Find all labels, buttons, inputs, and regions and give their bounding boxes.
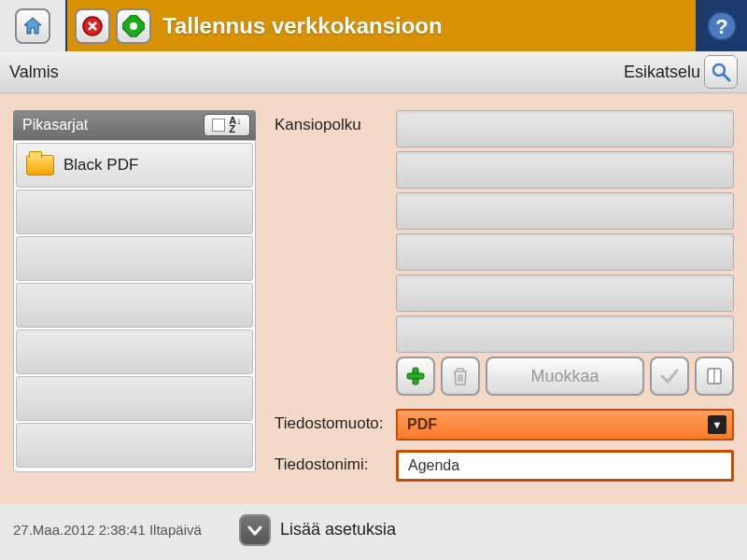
svg-point-2 xyxy=(130,22,137,30)
confirm-path-button[interactable] xyxy=(650,357,689,396)
dropdown-arrow-icon: ▼ xyxy=(708,415,726,434)
title-bar: Tallennus verkkokansioon ? xyxy=(0,0,747,51)
folderpath-label: Kansiopolku xyxy=(275,110,396,134)
svg-rect-8 xyxy=(407,373,424,379)
start-icon xyxy=(122,15,145,37)
svg-line-6 xyxy=(724,75,729,80)
more-options-button[interactable] xyxy=(239,514,271,546)
sort-button[interactable]: A↓Z xyxy=(204,114,250,136)
quickset-item[interactable]: Black PDF xyxy=(16,143,253,188)
home-icon xyxy=(21,15,44,37)
quicksets-panel: Pikasarjat A↓Z Black PDF xyxy=(13,110,256,483)
add-path-button[interactable] xyxy=(396,357,435,396)
filename-value: Agenda xyxy=(408,457,459,474)
status-bar: Valmis Esikatselu xyxy=(0,51,747,93)
folderpath-field[interactable] xyxy=(396,110,734,147)
trash-icon xyxy=(450,366,471,386)
addressbook-button[interactable] xyxy=(695,357,734,396)
quickset-label: Black PDF xyxy=(63,156,138,175)
cancel-icon xyxy=(81,15,104,37)
fileformat-value: PDF xyxy=(407,416,437,433)
home-area xyxy=(0,0,67,51)
quickset-item[interactable] xyxy=(16,423,253,468)
filename-label: Tiedostonimi: xyxy=(275,450,396,474)
help-area: ? xyxy=(696,0,747,51)
folderpath-field[interactable] xyxy=(396,274,734,312)
edit-label: Muokkaa xyxy=(530,367,599,386)
folderpath-field[interactable] xyxy=(396,192,734,230)
title-main: Tallennus verkkokansioon xyxy=(67,0,696,51)
footer-bar: 27.Maa.2012 2:38:41 Iltapäivä Lisää aset… xyxy=(0,504,747,555)
fileformat-dropdown[interactable]: PDF ▼ xyxy=(396,409,734,441)
fields-panel: Kansiopolku xyxy=(275,110,734,483)
quickset-item[interactable] xyxy=(16,283,253,328)
folderpath-actions: Muokkaa xyxy=(396,357,734,396)
folderpath-field[interactable] xyxy=(396,233,734,271)
help-icon: ? xyxy=(705,9,739,43)
status-text: Valmis xyxy=(9,63,59,82)
help-button[interactable]: ? xyxy=(705,9,739,43)
delete-path-button[interactable] xyxy=(441,357,480,396)
magnifier-icon xyxy=(711,62,731,82)
filename-input[interactable]: Agenda xyxy=(396,450,734,482)
home-button[interactable] xyxy=(15,8,50,44)
cancel-button[interactable] xyxy=(75,8,110,44)
chevron-down-icon xyxy=(247,522,263,539)
svg-text:?: ? xyxy=(715,15,727,38)
quicksets-list: Black PDF xyxy=(13,140,256,472)
plus-icon xyxy=(404,365,427,387)
quicksets-title: Pikasarjat xyxy=(22,117,88,133)
preview-button[interactable] xyxy=(704,55,738,89)
quickset-item[interactable] xyxy=(16,329,253,374)
content-area: Pikasarjat A↓Z Black PDF xyxy=(0,93,747,504)
preview-label: Esikatselu xyxy=(624,63,700,82)
fileformat-label: Tiedostomuoto: xyxy=(275,409,396,433)
quickset-item[interactable] xyxy=(16,376,253,421)
page-title: Tallennus verkkokansioon xyxy=(162,13,443,39)
edit-path-button[interactable]: Muokkaa xyxy=(486,357,644,396)
folder-icon xyxy=(26,155,54,175)
folderpath-field[interactable] xyxy=(396,315,734,353)
quicksets-header: Pikasarjat A↓Z xyxy=(13,110,256,140)
book-icon xyxy=(704,366,725,386)
folderpath-field[interactable] xyxy=(396,151,734,189)
sort-icon: A↓Z xyxy=(229,117,241,133)
more-options-label: Lisää asetuksia xyxy=(280,520,396,539)
start-button[interactable] xyxy=(116,8,151,44)
quickset-item[interactable] xyxy=(16,236,253,281)
quickset-item[interactable] xyxy=(16,189,253,234)
check-icon xyxy=(658,365,681,387)
